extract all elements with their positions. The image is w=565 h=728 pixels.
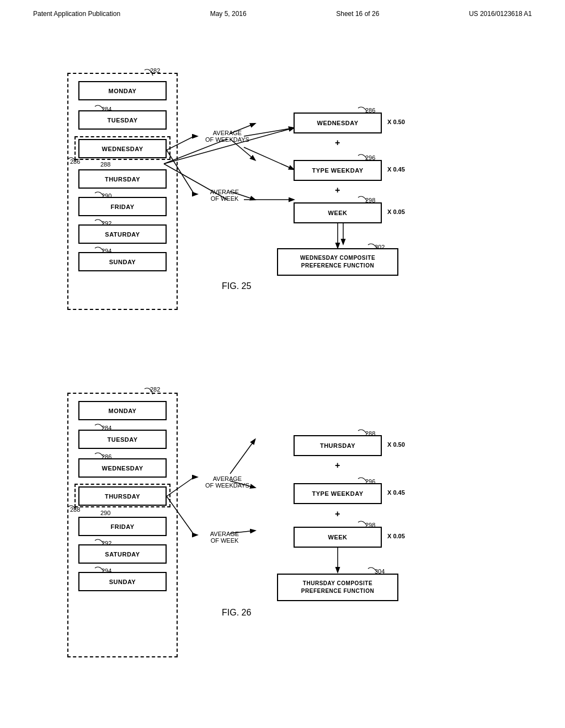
fig25-thursday: THURSDAY <box>78 169 167 189</box>
svg-line-12 <box>230 191 255 200</box>
fig26-thursday-right: THURSDAY <box>294 435 382 456</box>
fig26-tuesday: TUESDAY <box>78 430 167 449</box>
fig25-label: FIG. 25 <box>222 281 251 291</box>
fig25-week: WEEK <box>294 202 382 223</box>
fig25-saturday: SATURDAY <box>78 224 167 244</box>
fig25-container: 282 MONDAY 284 TUESDAY WEDNESDAY 286 288… <box>34 29 531 343</box>
svg-line-20 <box>230 531 255 533</box>
fig25-plus1: + <box>335 138 340 148</box>
fig25-ref-298-line <box>357 193 371 203</box>
fig26-type-weekday: TYPE WEEKDAY <box>294 483 382 504</box>
header-left: Patent Application Publication <box>33 10 120 18</box>
svg-line-16 <box>167 477 194 496</box>
fig25-plus2: + <box>335 185 340 195</box>
fig26-plus1: + <box>335 461 340 470</box>
header-patent: US 2016/0123618 A1 <box>469 10 532 18</box>
fig25-type-weekday: TYPE WEEKDAY <box>294 160 382 181</box>
svg-line-11 <box>230 139 255 160</box>
fig26-ref-290-left: 290 <box>100 510 110 516</box>
fig26-composite: THURSDAY COMPOSITEPREFERENCE FUNCTION <box>277 574 398 601</box>
fig25-286-arrow <box>67 154 78 163</box>
fig26-label: FIG. 26 <box>222 608 251 618</box>
fig26-mult-week: X 0.05 <box>387 533 405 539</box>
fig26-saturday: SATURDAY <box>78 544 167 564</box>
fig25-mult-week: X 0.05 <box>387 208 405 215</box>
fig26-container: 282 MONDAY 284 TUESDAY 286 WEDNESDAY THU… <box>34 349 531 685</box>
svg-line-8 <box>167 136 194 150</box>
svg-line-19 <box>230 481 255 488</box>
fig26-ref-304-line <box>367 564 381 574</box>
header-date: May 5, 2016 <box>210 10 247 18</box>
fig25-friday: FRIDAY <box>78 197 167 216</box>
fig26-plus2: + <box>335 509 340 519</box>
fig25-wednesday-day: WEDNESDAY <box>78 139 167 158</box>
fig25-down-arrow <box>329 223 346 250</box>
fig25-sunday: SUNDAY <box>78 252 167 271</box>
fig26-ref-282-line <box>142 383 158 397</box>
fig26-friday: FRIDAY <box>78 517 167 536</box>
fig26-down-arrow <box>329 547 346 575</box>
fig26-mult-thursday: X 0.50 <box>387 441 405 448</box>
fig26-288-arrow <box>67 502 78 511</box>
fig26-thursday-day: THURSDAY <box>78 486 167 506</box>
fig25-composite: WEDNESDAY COMPOSITEPREFERENCE FUNCTION <box>277 248 398 276</box>
fig26-wednesday: WEDNESDAY <box>78 458 167 478</box>
page-header: Patent Application Publication May 5, 20… <box>0 0 565 23</box>
fig25-tuesday: TUESDAY <box>78 110 167 130</box>
svg-line-10 <box>230 124 255 133</box>
fig26-mult-weekday: X 0.45 <box>387 489 405 496</box>
fig25-connectors <box>167 84 277 277</box>
svg-line-21 <box>167 496 194 535</box>
fig25-monday: MONDAY <box>78 81 167 100</box>
header-sheet: Sheet 16 of 26 <box>336 10 379 18</box>
svg-line-13 <box>167 150 194 194</box>
fig26-week: WEEK <box>294 527 382 548</box>
svg-line-18 <box>230 440 255 474</box>
fig26-sunday: SUNDAY <box>78 572 167 591</box>
fig25-dashed-box <box>67 73 178 310</box>
fig25-ref-282-line <box>142 65 158 78</box>
fig26-monday: MONDAY <box>78 401 167 420</box>
fig26-connectors <box>167 404 277 613</box>
fig25-mult-wednesday: X 0.50 <box>387 119 405 125</box>
fig25-wednesday-right: WEDNESDAY <box>294 113 382 133</box>
fig25-mult-weekday: X 0.45 <box>387 166 405 173</box>
fig25-ref-288-left: 288 <box>100 161 110 168</box>
